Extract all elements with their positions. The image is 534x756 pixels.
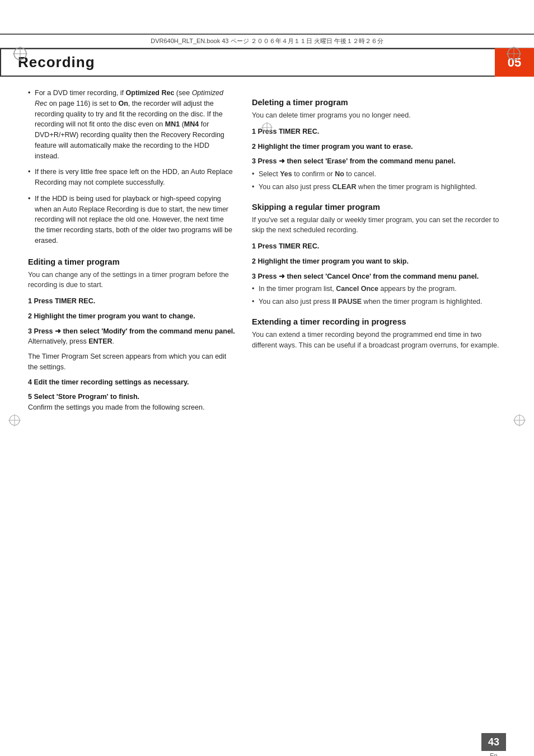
extending-title: Extending a timer recording in progress <box>252 317 506 326</box>
title-bar: Recording <box>0 48 495 77</box>
skip-step-1: 1 Press TIMER REC. <box>252 241 506 252</box>
edit-step-5-body: Confirm the settings you made from the f… <box>28 402 235 413</box>
skip-bullet-2: You can also just press II PAUSE when th… <box>252 297 506 307</box>
del-bullet-2: You can also just press CLEAR when the t… <box>252 182 506 192</box>
corner-mark-tl <box>12 46 28 62</box>
bullet-1: For a DVD timer recording, if Optimized … <box>28 88 235 161</box>
deleting-title: Deleting a timer program <box>252 98 506 107</box>
del-step-3-bullets: Select Yes to confirm or No to cancel. Y… <box>252 169 506 192</box>
bullet-2: If there is very little free space left … <box>28 167 235 188</box>
edit-step-5: 5 Select 'Store Program' to finish. Conf… <box>28 392 235 413</box>
skipping-section: Skipping a regular timer program If you'… <box>252 203 506 307</box>
meta-text: DVR640H_RLT_EN.book 43 ページ ２００６年４月１１日 火曜… <box>151 37 383 44</box>
editing-intro: You can change any of the settings in a … <box>28 270 235 291</box>
editing-title: Editing a timer program <box>28 257 235 266</box>
right-column: Deleting a timer program You can delete … <box>252 88 506 417</box>
skip-step-2: 2 Highlight the timer program you want t… <box>252 256 506 267</box>
edit-step-3: 3 Press ➜ then select 'Modify' from the … <box>28 326 235 348</box>
del-step-2: 2 Highlight the timer program you want t… <box>252 142 506 152</box>
skipping-title: Skipping a regular timer program <box>252 203 506 212</box>
edit-step-1: 1 Press TIMER REC. <box>28 296 235 307</box>
edit-step-timer-body: The Timer Program Set screen appears fro… <box>28 351 235 373</box>
skip-step-3-bullets: In the timer program list, Cancel Once a… <box>252 284 506 307</box>
page-wrapper: DVR640H_RLT_EN.book 43 ページ ２００６年４月１１日 火曜… <box>0 34 534 756</box>
deleting-section: Deleting a timer program You can delete … <box>252 98 506 192</box>
edit-step-2: 2 Highlight the timer program you want t… <box>28 311 235 322</box>
del-step-1: 1 Press TIMER REC. <box>252 126 506 137</box>
page-number-section: 43 En <box>481 733 506 756</box>
left-column: For a DVD timer recording, if Optimized … <box>28 88 235 417</box>
intro-bullets: For a DVD timer recording, if Optimized … <box>28 88 235 246</box>
page-title: Recording <box>18 54 95 71</box>
del-step-3: 3 Press ➜ then select 'Erase' from the c… <box>252 156 506 192</box>
page-lang: En <box>481 752 506 756</box>
extending-section: Extending a timer recording in progress … <box>252 317 506 351</box>
meta-bar: DVR640H_RLT_EN.book 43 ページ ２００６年４月１１日 火曜… <box>0 34 534 48</box>
center-top-mark <box>261 122 273 135</box>
edit-step-3-body: Alternatively, press ENTER. <box>28 336 235 347</box>
page-number: 43 <box>481 733 506 751</box>
skip-step-3: 3 Press ➜ then select 'Cancel Once' from… <box>252 271 506 307</box>
del-bullet-1: Select Yes to confirm or No to cancel. <box>252 169 506 180</box>
skipping-intro: If you've set a regular daily or weekly … <box>252 215 506 236</box>
corner-mark-tr <box>506 46 522 62</box>
edit-step-4: 4 Edit the timer recording settings as n… <box>28 377 235 388</box>
skip-bullet-1: In the timer program list, Cancel Once a… <box>252 284 506 294</box>
editing-section: Editing a timer program You can change a… <box>28 257 235 413</box>
side-mark-right <box>513 414 526 428</box>
extending-intro: You can extend a timer recording beyond … <box>252 330 506 351</box>
deleting-intro: You can delete timer programs you no lon… <box>252 110 506 121</box>
side-mark-left <box>8 414 21 428</box>
header-section: Recording 05 <box>0 48 534 77</box>
bullet-3: If the HDD is being used for playback or… <box>28 194 235 246</box>
